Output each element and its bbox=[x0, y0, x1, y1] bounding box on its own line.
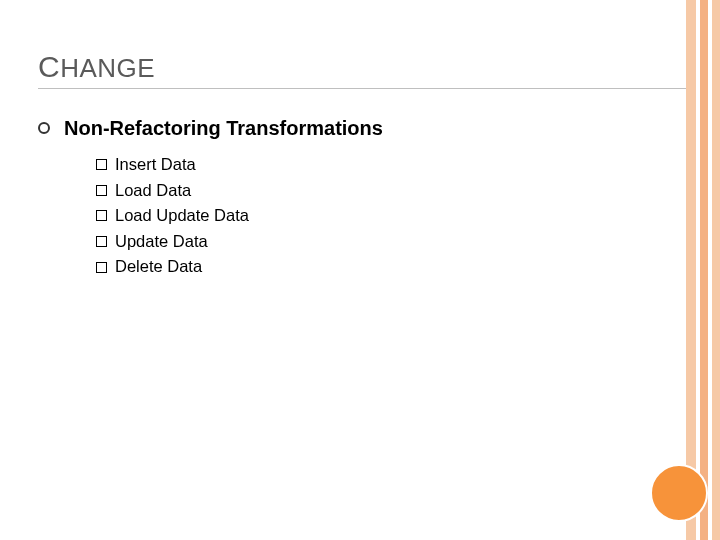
checkbox-icon bbox=[96, 210, 107, 221]
item-label: Update Data bbox=[115, 229, 208, 255]
list-item: Insert Data bbox=[96, 152, 686, 178]
checkbox-icon bbox=[96, 236, 107, 247]
slide: CHANGE Non-Refactoring Transformations I… bbox=[0, 0, 720, 540]
list-item: Load Data bbox=[96, 178, 686, 204]
checkbox-icon bbox=[96, 262, 107, 273]
slide-title: CHANGE bbox=[38, 50, 686, 89]
section-heading: Non-Refactoring Transformations bbox=[64, 117, 383, 140]
list-item: Load Update Data bbox=[96, 203, 686, 229]
item-label: Load Data bbox=[115, 178, 191, 204]
decor-circle-icon bbox=[650, 464, 708, 522]
ring-bullet-icon bbox=[38, 122, 50, 134]
decor-stripe bbox=[686, 0, 696, 540]
section-row: Non-Refactoring Transformations bbox=[38, 117, 686, 140]
item-label: Load Update Data bbox=[115, 203, 249, 229]
item-label: Insert Data bbox=[115, 152, 196, 178]
item-list: Insert Data Load Data Load Update Data U… bbox=[96, 152, 686, 280]
decor-stripe bbox=[712, 0, 720, 540]
list-item: Update Data bbox=[96, 229, 686, 255]
decor-stripe bbox=[700, 0, 708, 540]
title-rest: HANGE bbox=[60, 53, 155, 83]
checkbox-icon bbox=[96, 185, 107, 196]
title-cap: C bbox=[38, 50, 60, 83]
checkbox-icon bbox=[96, 159, 107, 170]
item-label: Delete Data bbox=[115, 254, 202, 280]
list-item: Delete Data bbox=[96, 254, 686, 280]
